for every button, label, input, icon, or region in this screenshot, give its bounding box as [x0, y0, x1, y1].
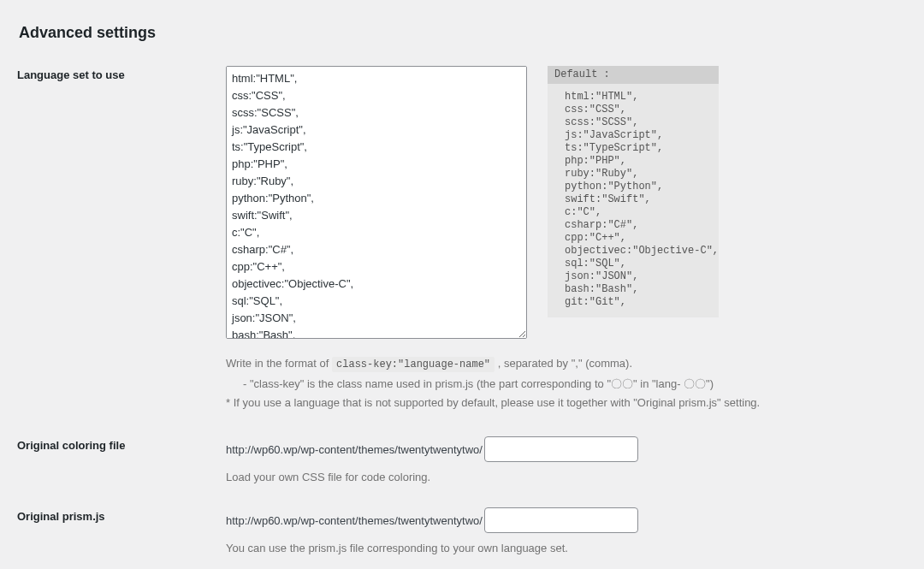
default-panel: Default : html:"HTML", css:"CSS", scss:"… — [548, 66, 719, 317]
help-line2: - "class-key" is the class name used in … — [226, 375, 907, 393]
default-header: Default : — [548, 66, 719, 84]
original-color-path-prefix: http://wp60.wp/wp-content/themes/twentyt… — [226, 443, 483, 456]
label-original-color: Original coloring file — [17, 436, 226, 452]
languageset-textarea[interactable] — [226, 66, 527, 339]
help-format-code: class-key:"language-name" — [332, 357, 495, 372]
original-prism-help: You can use the prism.js file correspond… — [226, 542, 907, 554]
row-original-prism: Original prism.js http://wp60.wp/wp-cont… — [17, 507, 907, 554]
help-line1b: , separated by "," (comma). — [498, 357, 632, 370]
languageset-help: Write in the format of class-key:"langua… — [226, 354, 907, 412]
default-body: html:"HTML", css:"CSS", scss:"SCSS", js:… — [548, 84, 719, 317]
original-prism-path-prefix: http://wp60.wp/wp-content/themes/twentyt… — [226, 514, 483, 527]
section-title: Advanced settings — [19, 24, 907, 42]
help-line3: * If you use a language that is not supp… — [226, 394, 907, 412]
help-line1a: Write in the format of — [226, 357, 332, 370]
original-color-help: Load your own CSS file for code coloring… — [226, 471, 907, 483]
label-original-prism: Original prism.js — [17, 507, 226, 523]
original-prism-input[interactable] — [484, 507, 638, 533]
label-language-set: Language set to use — [17, 66, 226, 81]
row-original-color: Original coloring file http://wp60.wp/wp… — [17, 436, 907, 483]
row-language-set: Language set to use Default : html:"HTML… — [17, 66, 907, 412]
original-color-input[interactable] — [484, 436, 638, 462]
